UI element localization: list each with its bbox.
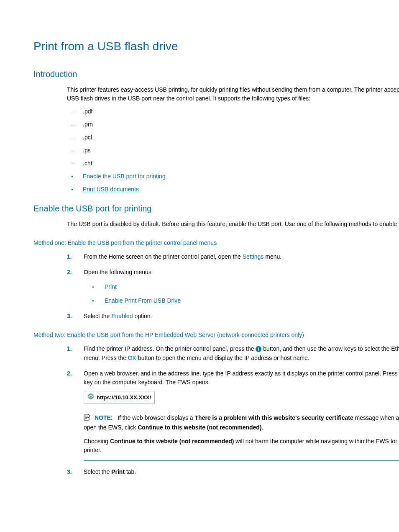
list-item: .prn: [71, 120, 399, 129]
step: Select the Print tab.: [67, 468, 399, 476]
intro-heading: Introduction: [33, 68, 399, 80]
method-two-heading: Method two: Enable the USB port from the…: [33, 331, 399, 339]
list-item: .pcl: [71, 133, 399, 142]
method-one-steps: From the Home screen on the printer cont…: [67, 252, 399, 321]
enable-text: The USB port is disabled by default. Bef…: [67, 220, 399, 229]
step: Open the following menus Print Enable Pr…: [67, 268, 399, 305]
link-print-usb-docs[interactable]: Print USB documents: [83, 186, 139, 193]
menu-item: Print: [92, 283, 399, 291]
step: Select the Enabled option.: [67, 312, 399, 321]
step: Find the printer IP address. On the prin…: [67, 344, 399, 362]
method-two-steps: Find the printer IP address. On the prin…: [67, 344, 399, 476]
list-item: .pdf: [71, 107, 399, 116]
step: From the Home screen on the printer cont…: [67, 252, 399, 261]
menu-item: Enable Print From USB Drive: [92, 296, 399, 305]
intro-links: Enable the USB port for printing Print U…: [71, 172, 399, 194]
note-block: NOTE: If the web browser displays a Ther…: [84, 410, 399, 460]
filetype-list: .pdf .prn .pcl .ps .cht: [71, 107, 399, 168]
note-label: NOTE:: [95, 414, 113, 421]
note-icon: [84, 414, 91, 423]
address-bar: https://10.10.XX.XXX/: [84, 391, 155, 404]
ie-icon: [87, 393, 94, 402]
enable-heading: Enable the USB port for printing: [33, 202, 399, 215]
info-icon: i: [256, 346, 261, 352]
list-item: .cht: [71, 159, 399, 168]
page-title: Print from a USB flash drive: [33, 38, 399, 55]
intro-text: This printer features easy-access USB pr…: [67, 85, 399, 103]
enabled-option-label: Enabled: [111, 313, 133, 319]
link-enable-usb[interactable]: Enable the USB port for printing: [83, 173, 166, 180]
step: Open a web browser, and in the address l…: [67, 369, 399, 461]
list-item: .ps: [71, 146, 399, 155]
method-one-heading: Method one: Enable the USB port from the…: [33, 239, 399, 247]
ok-button-label: OK: [128, 355, 136, 361]
url-text: https://10.10.XX.XXX/: [97, 393, 151, 402]
settings-menu-label: Settings: [243, 253, 264, 260]
